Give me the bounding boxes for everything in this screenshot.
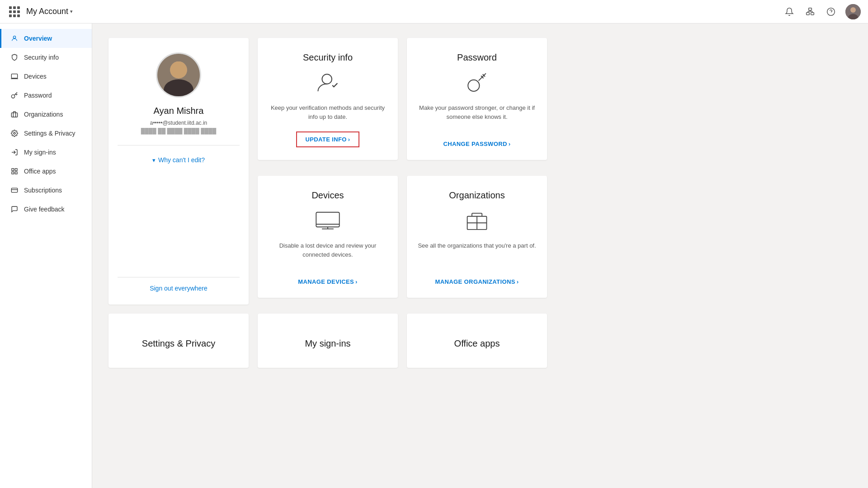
svg-point-16	[14, 132, 15, 134]
subscriptions-icon	[10, 186, 19, 194]
my-sign-ins-title: My sign-ins	[305, 338, 350, 349]
organizations-desc: See all the organizations that you're a …	[418, 241, 536, 269]
password-title: Password	[457, 52, 497, 63]
manage-devices-link[interactable]: MANAGE DEVICES ›	[298, 278, 358, 285]
office-icon	[10, 167, 19, 175]
main-content: Ayan Mishra a•••••@student.iitd.ac.in ██…	[92, 23, 868, 488]
office-apps-title: Office apps	[454, 338, 500, 349]
nav-right	[783, 4, 861, 19]
top-nav: My Account ▾	[0, 0, 868, 23]
svg-point-7	[827, 8, 835, 15]
svg-point-28	[322, 74, 332, 84]
devices-title: Devices	[311, 190, 344, 201]
profile-org: ████ ██ ████ ████ ████	[132, 128, 225, 134]
laptop-icon	[10, 72, 19, 80]
feedback-icon	[10, 205, 19, 213]
svg-rect-0	[809, 8, 812, 10]
password-card: Password Make your password stronger, or…	[407, 38, 547, 160]
svg-rect-21	[15, 172, 17, 174]
change-password-link[interactable]: CHANGE PASSWORD ›	[443, 141, 510, 147]
password-desc: Make your password stronger, or change i…	[418, 103, 536, 131]
password-icon	[465, 71, 489, 97]
signin-icon	[10, 148, 19, 156]
profile-name: Ayan Mishra	[145, 106, 213, 116]
svg-rect-1	[807, 12, 810, 14]
organizations-icon	[10, 110, 19, 118]
sidebar-item-security-info[interactable]: Security info	[0, 48, 92, 67]
help-icon[interactable]	[825, 5, 837, 18]
sidebar-item-give-feedback[interactable]: Give feedback	[0, 200, 92, 219]
svg-rect-19	[15, 169, 17, 171]
waffle-menu[interactable]	[7, 5, 22, 19]
svg-point-29	[468, 80, 479, 91]
devices-card: Devices Disable a lost device and review…	[258, 176, 398, 298]
manage-organizations-link[interactable]: MANAGE ORGANIZATIONS ›	[435, 278, 519, 285]
organizations-title: Organizations	[449, 190, 505, 201]
sidebar-item-subscriptions[interactable]: Subscriptions	[0, 181, 92, 200]
sidebar-item-password[interactable]: Password	[0, 86, 92, 105]
svg-rect-2	[811, 12, 814, 14]
profile-bottom-divider	[118, 277, 240, 277]
svg-rect-20	[12, 172, 14, 174]
devices-desc: Disable a lost device and review your co…	[269, 241, 387, 269]
shield-icon	[10, 53, 19, 61]
main-layout: Overview Security info Devices	[0, 23, 868, 488]
svg-point-10	[850, 7, 856, 13]
gear-icon	[10, 129, 19, 137]
nav-left: My Account ▾	[7, 5, 73, 19]
svg-rect-18	[12, 169, 14, 171]
overview-icon	[10, 34, 19, 42]
my-sign-ins-card: My sign-ins	[258, 314, 398, 368]
profile-divider	[118, 145, 240, 145]
security-info-icon	[316, 71, 340, 97]
organizations-card-icon	[463, 209, 491, 235]
sidebar-item-settings-privacy[interactable]: Settings & Privacy	[0, 124, 92, 143]
security-info-desc: Keep your verification methods and secur…	[269, 103, 387, 122]
organizations-card: Organizations See all the organizations …	[407, 176, 547, 298]
org-icon[interactable]	[804, 5, 816, 18]
svg-rect-22	[11, 188, 17, 192]
avatar[interactable]	[845, 4, 861, 19]
profile-email: a•••••@student.iitd.ac.in	[141, 120, 217, 126]
update-info-button[interactable]: UPDATE INFO ›	[296, 131, 359, 147]
sign-out-everywhere-link[interactable]: Sign out everywhere	[141, 285, 217, 305]
profile-card: Ayan Mishra a•••••@student.iitd.ac.in ██…	[108, 38, 249, 305]
why-cant-edit[interactable]: ▾ Why can't I edit?	[143, 156, 214, 164]
profile-avatar	[156, 52, 201, 98]
svg-rect-30	[316, 212, 339, 227]
svg-point-12	[13, 36, 15, 38]
devices-card-icon	[314, 209, 341, 235]
svg-rect-13	[11, 74, 17, 78]
settings-privacy-card: Settings & Privacy	[108, 314, 249, 368]
settings-privacy-title: Settings & Privacy	[142, 338, 215, 349]
sidebar-item-my-sign-ins[interactable]: My sign-ins	[0, 143, 92, 162]
notifications-icon[interactable]	[783, 5, 796, 18]
svg-point-27	[170, 61, 187, 79]
sidebar-item-overview[interactable]: Overview	[0, 29, 92, 48]
app-title-chevron-icon: ▾	[70, 9, 73, 14]
sidebar-item-organizations[interactable]: Organizations	[0, 105, 92, 124]
key-icon	[10, 91, 19, 99]
sidebar: Overview Security info Devices	[0, 23, 92, 488]
security-info-title: Security info	[303, 52, 353, 63]
app-title[interactable]: My Account ▾	[26, 7, 73, 16]
cards-grid: Ayan Mishra a•••••@student.iitd.ac.in ██…	[108, 38, 852, 368]
security-info-card: Security info Keep your verification met…	[258, 38, 398, 160]
sidebar-item-devices[interactable]: Devices	[0, 67, 92, 86]
office-apps-card: Office apps	[407, 314, 547, 368]
svg-point-14	[11, 95, 14, 98]
sidebar-item-office-apps[interactable]: Office apps	[0, 162, 92, 181]
svg-rect-15	[11, 113, 17, 117]
